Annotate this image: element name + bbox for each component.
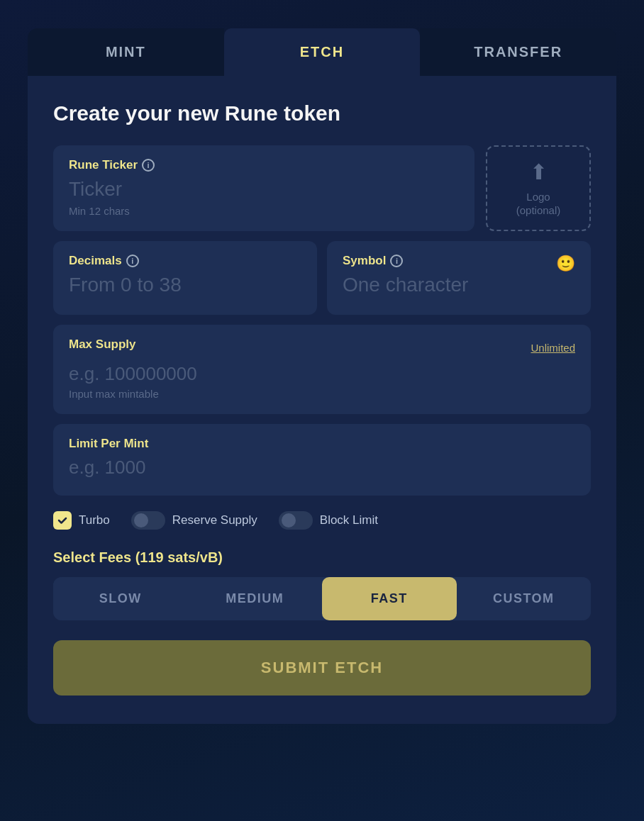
max-supply-box: Max Supply Unlimited e.g. 100000000 Inpu… <box>53 325 591 414</box>
tab-etch[interactable]: ETCH <box>224 28 421 76</box>
decimals-symbol-row: Decimals i From 0 to 38 Symbol i 🙂 One c… <box>53 241 591 315</box>
ticker-hint: Min 12 chars <box>69 205 459 217</box>
supply-header: Max Supply Unlimited <box>69 337 575 357</box>
max-supply-label: Max Supply <box>69 337 135 352</box>
block-limit-toggle[interactable] <box>279 511 313 530</box>
symbol-header: Symbol i 🙂 <box>343 254 575 274</box>
symbol-box: Symbol i 🙂 One character <box>327 241 591 315</box>
checkbox-turbo[interactable]: Turbo <box>53 511 110 530</box>
main-container: MINT ETCH TRANSFER Create your new Rune … <box>28 28 616 724</box>
unlimited-link[interactable]: Unlimited <box>531 342 575 354</box>
max-supply-hint: Input max mintable <box>69 388 575 400</box>
form-card: Create your new Rune token Rune Ticker i… <box>28 76 616 724</box>
rune-ticker-box: Rune Ticker i Ticker Min 12 chars <box>53 145 474 231</box>
fees-title: Select Fees (119 sats/vB) <box>53 549 591 566</box>
decimals-label: Decimals i <box>69 254 301 268</box>
turbo-label: Turbo <box>79 513 110 527</box>
block-limit-label: Block Limit <box>320 513 378 527</box>
checkboxes-row: Turbo Reserve Supply Block Limit <box>53 511 591 530</box>
symbol-info-icon[interactable]: i <box>390 255 403 267</box>
symbol-placeholder: One character <box>343 274 575 296</box>
fee-buttons-group: SLOW MEDIUM FAST CUSTOM <box>53 577 591 620</box>
checkbox-block-limit[interactable]: Block Limit <box>279 511 378 530</box>
ticker-placeholder: Ticker <box>69 178 459 201</box>
fee-medium-button[interactable]: MEDIUM <box>188 577 323 620</box>
max-supply-placeholder: e.g. 100000000 <box>69 363 575 385</box>
page-title: Create your new Rune token <box>53 101 591 125</box>
decimals-info-icon[interactable]: i <box>126 255 139 267</box>
fee-slow-button[interactable]: SLOW <box>53 577 188 620</box>
tab-mint[interactable]: MINT <box>28 28 224 76</box>
symbol-label: Symbol i <box>343 254 403 268</box>
turbo-checkbox-checked <box>53 511 72 530</box>
checkbox-reserve-supply[interactable]: Reserve Supply <box>131 511 257 530</box>
decimals-placeholder: From 0 to 38 <box>69 274 301 296</box>
checkmark-icon <box>57 515 68 526</box>
tab-transfer[interactable]: TRANSFER <box>420 28 616 76</box>
reserve-supply-toggle[interactable] <box>131 511 165 530</box>
submit-etch-button[interactable]: SUBMIT ETCH <box>53 640 591 696</box>
tab-bar: MINT ETCH TRANSFER <box>28 28 616 76</box>
logo-label: Logo(optional) <box>516 190 561 218</box>
rune-ticker-label: Rune Ticker i <box>69 158 459 172</box>
reserve-supply-label: Reserve Supply <box>172 513 257 527</box>
fee-fast-button[interactable]: FAST <box>322 577 457 620</box>
decimals-box: Decimals i From 0 to 38 <box>53 241 317 315</box>
limit-per-mint-placeholder: e.g. 1000 <box>69 457 575 479</box>
upload-icon: ⬆ <box>530 160 548 184</box>
fee-custom-button[interactable]: CUSTOM <box>457 577 592 620</box>
limit-per-mint-label: Limit Per Mint <box>69 437 575 451</box>
emoji-picker-icon[interactable]: 🙂 <box>556 255 575 273</box>
limit-per-mint-box: Limit Per Mint e.g. 1000 <box>53 424 591 496</box>
ticker-logo-row: Rune Ticker i Ticker Min 12 chars ⬆ Logo… <box>53 145 591 231</box>
rune-ticker-info-icon[interactable]: i <box>142 159 155 172</box>
logo-upload-box[interactable]: ⬆ Logo(optional) <box>486 145 591 231</box>
